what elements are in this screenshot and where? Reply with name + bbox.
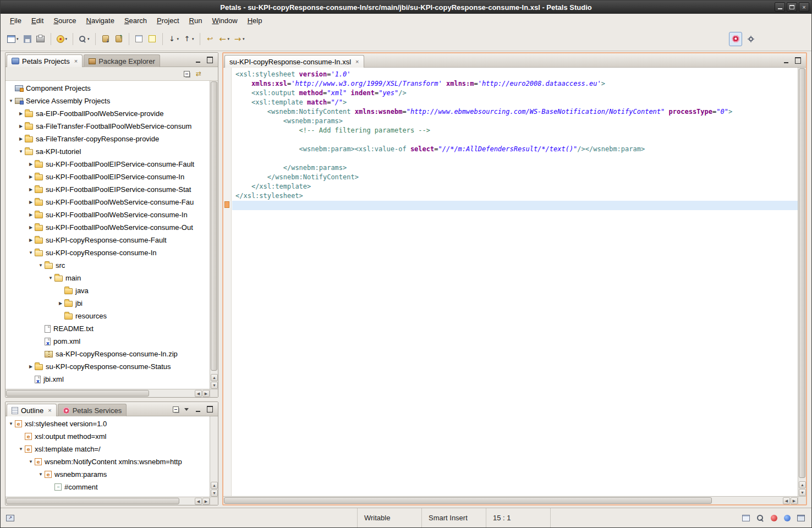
menu-edit[interactable]: Edit bbox=[26, 15, 48, 26]
scrollbar-thumb[interactable] bbox=[799, 68, 805, 478]
print-button[interactable] bbox=[34, 32, 47, 46]
outline-tab-petals-services[interactable]: Petals Services bbox=[58, 404, 127, 416]
expander-collapsed-icon[interactable]: ▶ bbox=[27, 200, 35, 205]
project-item-java[interactable]: java bbox=[6, 284, 210, 297]
outline-item-wsnebm-notifycontent-xmlns-wsnebm-http[interactable]: ▼wsnebm:NotifyContent xmlns:wsnebm=http bbox=[6, 455, 210, 468]
expander-expanded-icon[interactable]: ▼ bbox=[7, 98, 15, 103]
collapse-all-button[interactable] bbox=[184, 71, 190, 77]
close-tab-icon[interactable]: × bbox=[48, 407, 51, 414]
scroll-up-icon[interactable]: ▲ bbox=[211, 482, 218, 489]
expander-collapsed-icon[interactable]: ▶ bbox=[57, 301, 64, 306]
editor-vertical-scrollbar[interactable]: ▲ ▼ bbox=[798, 68, 806, 496]
menu-run[interactable]: Run bbox=[184, 15, 207, 26]
scroll-up-icon[interactable]: ▲ bbox=[799, 481, 806, 488]
scrollbar-thumb[interactable] bbox=[211, 81, 217, 371]
dropdown-arrow-icon[interactable]: ▾ bbox=[228, 37, 230, 41]
back-button[interactable]: ▾ bbox=[217, 32, 232, 46]
collapse-all-button[interactable] bbox=[173, 406, 179, 413]
code-line[interactable]: xmlns:xsl='http://www.w3.org/1999/XSL/Tr… bbox=[232, 79, 798, 89]
views-button[interactable] bbox=[797, 515, 805, 521]
projects-tab-petals-projects[interactable]: Petals Projects× bbox=[7, 54, 83, 67]
new-wizard-button[interactable]: ▾ bbox=[5, 32, 21, 46]
project-item-su-kpi-copyresponse-consume-fault[interactable]: ▶su-KPI-copyResponse-consume-Fault bbox=[6, 234, 210, 246]
menu-search[interactable]: Search bbox=[119, 15, 152, 26]
code-line[interactable]: <wsnebm:param><xsl:value-of select="//*/… bbox=[232, 145, 798, 154]
petals-perspective-button[interactable] bbox=[729, 32, 742, 46]
mark-occurrences-button[interactable] bbox=[146, 32, 159, 46]
minimize-window-button[interactable] bbox=[775, 2, 785, 12]
menu-help[interactable]: Help bbox=[243, 15, 267, 26]
error-log-button[interactable] bbox=[771, 515, 777, 521]
project-item-jbi[interactable]: ▶jbi bbox=[6, 297, 210, 310]
expander-collapsed-icon[interactable]: ▶ bbox=[17, 124, 25, 129]
close-window-button[interactable]: × bbox=[799, 2, 809, 12]
scroll-down-icon[interactable]: ▼ bbox=[799, 489, 806, 496]
search-button[interactable] bbox=[756, 514, 764, 522]
code-line[interactable]: </wsnebm:params> bbox=[232, 163, 798, 173]
project-item-pom-xml[interactable]: pom.xml bbox=[6, 335, 210, 348]
project-item-sa-kpi-copyresponse-consume-in-zip[interactable]: sa-KPI-copyResponse-consume-In.zip bbox=[6, 348, 210, 360]
minimize-button[interactable] bbox=[194, 56, 202, 64]
expander-collapsed-icon[interactable]: ▶ bbox=[17, 136, 25, 141]
dropdown-arrow-icon[interactable]: ▾ bbox=[17, 37, 19, 41]
expander-expanded-icon[interactable]: ▼ bbox=[17, 149, 25, 154]
bookmark-button[interactable] bbox=[784, 515, 791, 521]
menu-source[interactable]: Source bbox=[48, 15, 81, 26]
project-item-service-assembly-projects[interactable]: ▼Service Assembly Projects bbox=[6, 95, 210, 107]
project-item-src[interactable]: ▼src bbox=[6, 259, 210, 272]
projects-vertical-scrollbar[interactable]: ▲ ▼ bbox=[210, 81, 218, 389]
minimize-button[interactable] bbox=[194, 405, 202, 413]
scroll-right-icon[interactable]: ▶ bbox=[202, 498, 210, 505]
expander-collapsed-icon[interactable]: ▶ bbox=[17, 111, 25, 116]
project-item-su-kpi-footballpooleipservice-consume-in[interactable]: ▶su-KPI-FootballPoolEIPService-consume-I… bbox=[6, 170, 210, 183]
project-item-sa-filetransfer-copyresponse-provide[interactable]: ▶sa-FileTransfer-copyResponse-provide bbox=[6, 133, 210, 145]
source-code-area[interactable]: <xsl:stylesheet version='1.0' xmlns:xsl=… bbox=[232, 68, 798, 496]
save-button[interactable] bbox=[21, 32, 34, 46]
expander-collapsed-icon[interactable]: ▶ bbox=[27, 364, 35, 369]
outline-item-xsl-output-method-xml[interactable]: xsl:output method=xml bbox=[6, 430, 210, 443]
next-annotation-button[interactable]: ▾ bbox=[166, 32, 182, 46]
dropdown-arrow-icon[interactable]: ▾ bbox=[65, 37, 68, 41]
project-item-su-kpi-footballpoolwebservice-consume-fau[interactable]: ▶su-KPI-FootballPoolWebService-consume-F… bbox=[6, 196, 210, 208]
project-item-resources[interactable]: resources bbox=[6, 310, 210, 322]
archive-export-button[interactable] bbox=[112, 32, 125, 46]
forward-button[interactable]: ▾ bbox=[232, 32, 247, 46]
project-item-readme-txt[interactable]: README.txt bbox=[6, 322, 210, 335]
scrollbar-thumb[interactable] bbox=[6, 498, 179, 504]
scroll-up-icon[interactable]: ▲ bbox=[211, 374, 218, 381]
outline-item-wsnebm-params[interactable]: ▼wsnebm:params bbox=[6, 468, 210, 481]
expander-collapsed-icon[interactable]: ▶ bbox=[27, 162, 35, 167]
dropdown-arrow-icon[interactable]: ▾ bbox=[243, 37, 245, 41]
expander-expanded-icon[interactable]: ▼ bbox=[37, 263, 45, 268]
project-item-su-kpi-footballpooleipservice-consume-stat[interactable]: ▶su-KPI-FootballPoolEIPService-consume-S… bbox=[6, 183, 210, 196]
scroll-down-icon[interactable]: ▼ bbox=[211, 490, 218, 497]
outline-item-comment[interactable]: #comment bbox=[6, 481, 210, 493]
code-line[interactable]: <!-- Add filtering parameters --> bbox=[232, 126, 798, 135]
menu-file[interactable]: File bbox=[5, 15, 26, 26]
project-item-component-projects[interactable]: Component Projects bbox=[6, 82, 210, 95]
code-line[interactable]: <xsl:template match="/"> bbox=[232, 98, 798, 107]
menu-project[interactable]: Project bbox=[152, 15, 184, 26]
new-service-unit-button[interactable]: ▾ bbox=[54, 32, 70, 46]
outline-tab-outline[interactable]: Outline× bbox=[7, 404, 57, 416]
expander-collapsed-icon[interactable]: ▶ bbox=[27, 212, 35, 217]
project-item-su-kpi-footballpoolwebservice-consume-out[interactable]: ▶su-KPI-FootballPoolWebService-consume-O… bbox=[6, 221, 210, 234]
scroll-left-icon[interactable]: ◀ bbox=[195, 390, 202, 397]
maximize-button[interactable] bbox=[206, 56, 213, 64]
scroll-down-icon[interactable]: ▼ bbox=[211, 382, 218, 389]
close-tab-icon[interactable]: × bbox=[355, 58, 359, 65]
expander-expanded-icon[interactable]: ▼ bbox=[17, 447, 25, 452]
menu-window[interactable]: Window bbox=[207, 15, 242, 26]
link-with-editor-button[interactable] bbox=[195, 70, 202, 78]
close-tab-icon[interactable]: × bbox=[74, 58, 78, 64]
projects-tab-package-explorer[interactable]: Package Explorer bbox=[84, 54, 160, 67]
menu-navigate[interactable]: Navigate bbox=[81, 15, 119, 26]
maximize-window-button[interactable] bbox=[787, 2, 797, 12]
annotation-ruler[interactable] bbox=[223, 68, 232, 496]
scroll-right-icon[interactable]: ▶ bbox=[202, 390, 210, 397]
minimize-button[interactable] bbox=[782, 57, 790, 64]
editor-tab-su-kpi-copyresponse-consume-in-xsl[interactable]: su-KPI-copyResponse-consume-In.xsl× bbox=[224, 55, 364, 68]
scroll-right-icon[interactable]: ▶ bbox=[791, 497, 798, 504]
code-line[interactable] bbox=[232, 201, 798, 210]
project-item-main[interactable]: ▼main bbox=[6, 272, 210, 284]
